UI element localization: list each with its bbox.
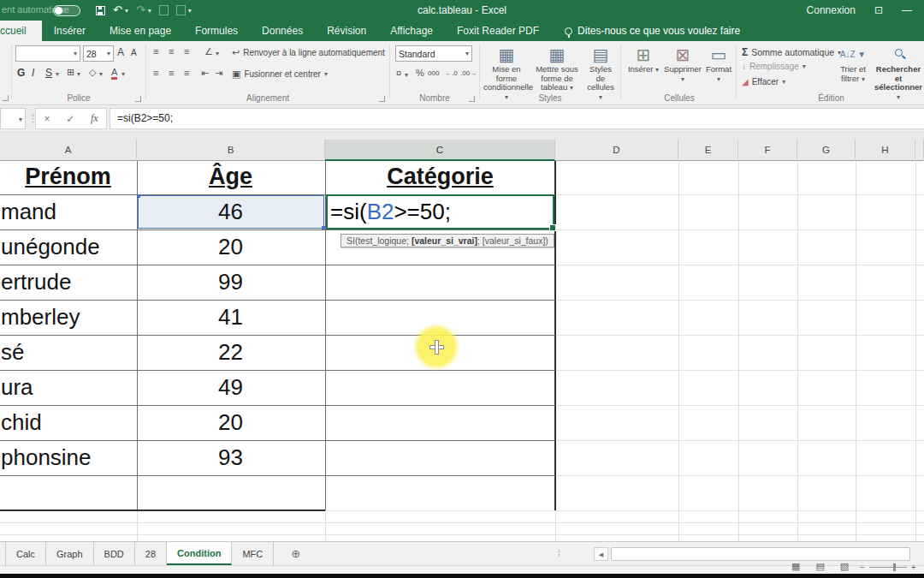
tab-formules[interactable]: Formules (183, 21, 250, 41)
thousands-format-icon[interactable]: 000 (428, 69, 439, 77)
decrease-decimal-icon[interactable]: .00→ (460, 69, 477, 77)
horizontal-scrollbar[interactable] (611, 547, 910, 561)
autosum-button[interactable]: Σ Somme automatique ▾ (742, 46, 841, 58)
column-header-h[interactable]: H (856, 140, 915, 161)
cell-a6[interactable]: sé (0, 335, 135, 370)
font-color-icon[interactable]: A (111, 67, 117, 80)
sheet-tab-condition[interactable]: Condition (167, 542, 232, 565)
shrink-font-button[interactable]: A (131, 48, 137, 57)
cell-b7[interactable]: 49 (137, 370, 324, 405)
scrollbar-grip-icon[interactable]: ⁞ (558, 549, 560, 558)
insert-function-icon[interactable]: fx (91, 112, 98, 125)
align-top-icon[interactable]: ≡ (153, 46, 158, 57)
column-header-i-sliver[interactable] (915, 140, 924, 161)
currency-format-icon[interactable]: ¤ (396, 68, 401, 78)
cell-b6[interactable]: 22 (137, 335, 324, 370)
column-header-a[interactable]: A (0, 140, 137, 161)
orientation-dropdown-icon[interactable]: ▾ (216, 50, 219, 57)
insert-cells-button[interactable]: ⊞ Insérer ▾ (626, 45, 660, 75)
cell-b3[interactable]: 20 (137, 229, 324, 265)
enter-check-icon[interactable]: ✓ (66, 113, 74, 125)
underline-dropdown-icon[interactable]: ▾ (56, 70, 59, 78)
fill-color-dropdown-icon[interactable]: ▾ (99, 70, 103, 78)
zoom-in-icon[interactable]: + (911, 563, 916, 572)
orientation-icon[interactable]: ∠ (204, 46, 213, 57)
cell-b8[interactable]: 20 (137, 405, 324, 440)
align-center-icon[interactable]: ≡ (169, 68, 174, 78)
borders-icon[interactable]: ⊞ (67, 67, 74, 78)
fill-button[interactable]: ↓ Remplissage ▾ (742, 62, 806, 71)
column-header-b[interactable]: B (137, 140, 325, 161)
formula-input[interactable]: =si(B2>=50; (110, 108, 924, 129)
sheet-tab-bdd[interactable]: BDD (94, 542, 135, 565)
cell-a2[interactable]: mand (0, 194, 135, 229)
number-format-combo[interactable]: Standard▾ (395, 45, 472, 62)
align-right-icon[interactable]: ≡ (184, 68, 189, 78)
normal-view-icon[interactable]: ▦ (791, 561, 800, 572)
page-layout-view-icon[interactable]: ▤ (815, 561, 824, 572)
decrease-indent-icon[interactable]: ⇤ (201, 68, 209, 79)
align-left-icon[interactable]: ≡ (153, 68, 158, 78)
cell-b5[interactable]: 41 (137, 300, 324, 335)
delete-cells-button[interactable]: ⊠ Supprimer ▾ (662, 45, 703, 84)
align-middle-icon[interactable]: ≡ (169, 46, 174, 57)
cell-a4[interactable]: ertrude (0, 265, 135, 300)
format-as-table-button[interactable]: ▦ Mettre sous forme de tableau ▾ (531, 45, 583, 93)
zoom-out-icon[interactable]: − (860, 563, 865, 572)
grid-body[interactable]: Prénom Âge Catégorie mand unégonde ertru… (0, 161, 924, 541)
page-break-view-icon[interactable]: ▧ (840, 561, 849, 572)
cell-a8[interactable]: chid (0, 405, 135, 440)
fill-color-icon[interactable]: ◇ (89, 67, 96, 78)
wrap-text-button[interactable]: ↩ Renvoyer à la ligne automatiquement (232, 47, 385, 58)
column-header-e[interactable]: E (678, 140, 738, 161)
cell-b2[interactable]: 46 (137, 194, 324, 229)
percent-format-icon[interactable]: % (416, 68, 424, 78)
cell-b1[interactable]: Âge (137, 161, 324, 194)
italic-button[interactable]: I (32, 67, 34, 79)
merge-center-button[interactable]: ▣ Fusionner et centrer ▾ (232, 69, 328, 80)
police-dialog-launcher-icon[interactable] (135, 96, 141, 102)
sheet-tab-calc[interactable]: Calc (5, 542, 46, 565)
sort-filter-button[interactable]: A↓Z ▼ Trier et filtrer ▾ (834, 45, 872, 84)
cell-a3[interactable]: unégonde (0, 229, 135, 265)
cell-b4[interactable]: 99 (137, 265, 324, 300)
currency-dropdown-icon[interactable]: ▾ (405, 71, 408, 79)
column-header-f[interactable]: F (738, 140, 797, 161)
column-header-c[interactable]: C (325, 140, 555, 161)
tell-me-box[interactable]: Dites-nous ce que vous voulez faire (551, 21, 740, 41)
cell-a1[interactable]: Prénom (0, 161, 135, 194)
cell-c1[interactable]: Catégorie (326, 161, 554, 194)
sheet-tab-graph[interactable]: Graph (46, 542, 94, 565)
nombre-dialog-launcher-icon[interactable] (469, 96, 475, 102)
sheet-tab-28[interactable]: 28 (135, 542, 167, 565)
cell-a7[interactable]: ura (0, 370, 135, 405)
name-box[interactable]: ▾ (0, 108, 26, 129)
cell-b9[interactable]: 93 (137, 440, 324, 475)
format-cells-button[interactable]: ▭ Format ▾ (703, 45, 734, 84)
tab-affichage[interactable]: Affichage (378, 21, 445, 41)
font-size-combo[interactable]: 28▾ (83, 45, 114, 62)
clipboard-dialog-launcher-icon[interactable] (3, 95, 9, 101)
cell-a5[interactable]: mberley (0, 300, 135, 335)
tab-accueil[interactable]: Accueil (0, 21, 42, 41)
ribbon-options-icon[interactable]: ⊡ (874, 4, 883, 16)
tab-mise-en-page[interactable]: Mise en page (98, 21, 183, 41)
cancel-icon[interactable]: × (44, 113, 50, 125)
cell-a9[interactable]: phonsine (0, 440, 135, 475)
account-button[interactable]: Connexion (807, 4, 856, 16)
font-name-combo[interactable]: ▾ (15, 45, 80, 62)
align-bottom-icon[interactable]: ≡ (184, 46, 189, 57)
minimize-button[interactable]: — (902, 4, 912, 16)
scroll-left-icon[interactable]: ◀ (594, 547, 608, 561)
sheet-tab-mfc[interactable]: MFC (232, 542, 274, 565)
grow-font-button[interactable]: A (117, 46, 124, 58)
new-sheet-icon[interactable]: ⊕ (286, 542, 305, 565)
tab-revision[interactable]: Révision (315, 21, 378, 41)
borders-dropdown-icon[interactable]: ▾ (77, 70, 80, 78)
tab-inserer[interactable]: Insérer (42, 21, 98, 41)
column-header-d[interactable]: D (555, 140, 678, 161)
font-color-dropdown-icon[interactable]: ▾ (121, 70, 125, 78)
tab-donnees[interactable]: Données (250, 21, 315, 41)
cell-c2-editing[interactable]: =si(B2>=50; (326, 194, 554, 229)
clear-button[interactable]: ◢ Effacer ▾ (742, 77, 785, 86)
